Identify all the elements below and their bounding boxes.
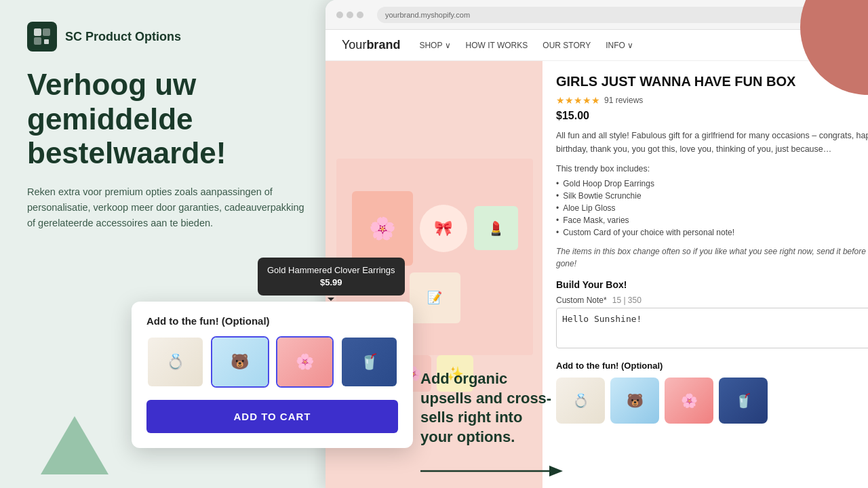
tooltip-name: Gold Hammered Clover Earrings bbox=[267, 264, 395, 277]
svg-rect-2 bbox=[34, 37, 41, 45]
addon-section-title: Add to the fun! (Optional) bbox=[556, 361, 868, 371]
product-details: GIRLS JUST WANNA HAVE FUN BOX ★★★★★ 91 r… bbox=[542, 61, 868, 488]
tooltip-price: $5.99 bbox=[267, 277, 395, 289]
store-addon-earrings[interactable]: 💍 bbox=[556, 378, 605, 424]
svg-rect-3 bbox=[44, 39, 49, 44]
arrow-icon bbox=[420, 458, 570, 485]
nav-links: SHOP ∨ HOW IT WORKS OUR STORY INFO ∨ bbox=[419, 41, 633, 50]
add-to-cart-button[interactable]: ADD TO CART bbox=[146, 400, 398, 433]
include-item-5: Custom Card of your choice with personal… bbox=[556, 226, 868, 239]
addon-item-earrings[interactable]: 💍 bbox=[146, 336, 204, 388]
store-addon-items: 💍 🐻 🌸 🥤 bbox=[556, 378, 868, 424]
review-count: 91 reviews bbox=[604, 96, 643, 105]
includes-list: Gold Hoop Drop Earrings Silk Bowtie Scru… bbox=[556, 178, 868, 239]
browser-dot-1 bbox=[336, 12, 343, 18]
stars: ★★★★★ bbox=[556, 95, 600, 106]
app-brand: SC Product Options bbox=[27, 22, 305, 52]
addon-item-drink[interactable]: 🥤 bbox=[340, 336, 398, 388]
browser-bar: yourbrand.myshopify.com bbox=[326, 0, 868, 30]
svg-marker-5 bbox=[549, 466, 563, 476]
browser-dot-2 bbox=[347, 12, 353, 18]
upsells-text: Add organic upsells and cross-sells righ… bbox=[420, 369, 556, 447]
addon-item-clover[interactable]: 🌸 bbox=[276, 336, 334, 388]
browser-dots bbox=[336, 12, 363, 18]
nav-how-it-works[interactable]: HOW IT WORKS bbox=[466, 41, 528, 50]
include-item-1: Gold Hoop Drop Earrings bbox=[556, 178, 868, 190]
product-price: $15.00 bbox=[556, 110, 868, 122]
deco-triangle bbox=[41, 416, 108, 474]
char-count: 15 | 350 bbox=[612, 296, 642, 305]
svg-rect-0 bbox=[34, 28, 41, 36]
disclaimer: The items in this box change often so if… bbox=[556, 245, 868, 270]
include-item-3: Aloe Lip Gloss bbox=[556, 202, 868, 214]
subtext: Reken extra voor premium opties zoals aa… bbox=[27, 184, 305, 232]
collage-item-3: 💄 bbox=[474, 206, 518, 250]
app-name-label: SC Product Options bbox=[65, 30, 181, 44]
addon-items: 💍 🐻 🌸 🥤 bbox=[146, 336, 398, 388]
store-nav: Yourbrand SHOP ∨ HOW IT WORKS OUR STORY … bbox=[326, 30, 868, 61]
include-item-4: Face Mask, varies bbox=[556, 214, 868, 226]
nav-shop[interactable]: SHOP ∨ bbox=[419, 41, 450, 50]
app-icon bbox=[27, 22, 57, 52]
svg-rect-1 bbox=[43, 28, 50, 36]
nav-our-story[interactable]: OUR STORY bbox=[542, 41, 591, 50]
addon-item-haribo[interactable]: 🐻 bbox=[211, 336, 269, 388]
store-addon-haribo[interactable]: 🐻 bbox=[610, 378, 659, 424]
collage-item-4: 📝 bbox=[410, 272, 460, 323]
collage-item-1: 🌸 bbox=[352, 191, 413, 266]
store-addon-drink[interactable]: 🥤 bbox=[719, 378, 768, 424]
product-description: All fun and all style! Fabulous gift for… bbox=[556, 129, 868, 156]
include-item-2: Silk Bowtie Scrunchie bbox=[556, 190, 868, 202]
headline: Verhoog uw gemiddelde bestelwaarde! bbox=[27, 68, 305, 171]
product-card: Add to the fun! (Optional) 💍 🐻 🌸 🥤 ADD T… bbox=[132, 302, 413, 448]
stars-row: ★★★★★ 91 reviews bbox=[556, 95, 868, 106]
tooltip-box: Gold Hammered Clover Earrings $5.99 bbox=[258, 258, 405, 296]
custom-note-label: Custom Note* 15 | 350 bbox=[556, 296, 868, 305]
build-box-title: Build Your Box! bbox=[556, 279, 868, 290]
custom-note-textarea[interactable]: Hello Sunshine! bbox=[556, 308, 868, 348]
store-addon-clover[interactable]: 🌸 bbox=[665, 378, 713, 424]
includes-title: This trendy box includes: bbox=[556, 164, 868, 174]
url-bar: yourbrand.myshopify.com bbox=[377, 7, 863, 23]
browser-dot-3 bbox=[357, 12, 363, 18]
collage-item-2: 🎀 bbox=[420, 205, 467, 252]
card-title: Add to the fun! (Optional) bbox=[146, 315, 398, 327]
store-logo: Yourbrand bbox=[342, 38, 400, 52]
nav-info[interactable]: INFO ∨ bbox=[606, 41, 633, 50]
